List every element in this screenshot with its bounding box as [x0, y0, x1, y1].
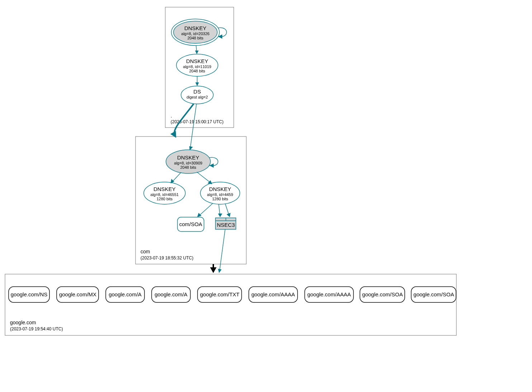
svg-text:DNSKEY: DNSKEY — [177, 154, 199, 161]
svg-line-18 — [190, 104, 196, 150]
edge-zsk2-soa — [197, 203, 213, 217]
svg-text:alg=8, id=11019: alg=8, id=11019 — [183, 64, 212, 69]
svg-text:google.com/SOA: google.com/SOA — [362, 291, 403, 297]
svg-text:google.com/A: google.com/A — [109, 291, 142, 297]
node-com-soa: com/SOA — [177, 217, 204, 231]
node-com-zsk1: DNSKEY alg=8, id=46551 1280 bits — [144, 182, 185, 204]
rrset-row: google.com/NS google.com/MX google.com/A… — [9, 287, 456, 302]
svg-text:DNSKEY: DNSKEY — [186, 58, 208, 64]
svg-text:digest alg=2: digest alg=2 — [186, 95, 208, 99]
svg-text:google.com/SOA: google.com/SOA — [413, 291, 454, 297]
edge-com-google-black — [210, 264, 217, 273]
zone-root-label: . — [171, 113, 172, 119]
zone-google-box — [5, 274, 456, 335]
svg-text:alg=8, id=46551: alg=8, id=46551 — [151, 192, 179, 197]
svg-text:google.com/A: google.com/A — [155, 291, 187, 297]
svg-text:alg=8, id=4459: alg=8, id=4459 — [207, 192, 233, 197]
svg-text:2048 bits: 2048 bits — [180, 165, 196, 169]
node-com-nsec3: NSEC3 — [215, 218, 236, 229]
rrset-txt: google.com/TXT — [198, 287, 242, 302]
svg-marker-44 — [197, 213, 201, 217]
svg-text:alg=8, id=20326: alg=8, id=20326 — [181, 32, 210, 36]
edge-rootksk-rootzsk — [195, 46, 199, 54]
rrset-ns: google.com/NS — [9, 287, 49, 302]
svg-text:google.com/AAAA: google.com/AAAA — [251, 291, 295, 297]
node-root-ds: DS digest alg=2 — [181, 86, 213, 104]
svg-marker-46 — [218, 214, 222, 217]
edge-comksk-zsk2 — [197, 172, 212, 184]
rrset-mx: google.com/MX — [57, 287, 99, 302]
edge-nsec3-google — [218, 229, 225, 273]
svg-marker-5 — [218, 34, 222, 39]
edge-zsk2-nsec3-a — [218, 204, 222, 217]
svg-marker-51 — [218, 269, 222, 273]
svg-line-43 — [198, 203, 213, 216]
svg-text:2048 bits: 2048 bits — [187, 36, 204, 40]
node-root-zsk: DNSKEY alg=8, id=11019 2048 bits — [176, 54, 218, 76]
dnssec-graph: . (2023-07-19 15:00:17 UTC) DNSKEY alg=8… — [0, 0, 532, 392]
rrset-a-2: google.com/A — [152, 287, 190, 302]
rrset-a-1: google.com/A — [106, 287, 144, 302]
edge-rootds-comksk — [189, 104, 196, 150]
svg-text:google.com/AAAA: google.com/AAAA — [307, 291, 351, 297]
edge-comksk-zsk1 — [171, 172, 181, 183]
svg-text:com/SOA: com/SOA — [179, 221, 202, 227]
zone-google-ts: (2023-07-19 19:54:40 UTC) — [10, 326, 63, 331]
svg-text:google.com/MX: google.com/MX — [59, 291, 96, 297]
node-com-ksk: DNSKEY alg=8, id=30909 2048 bits — [166, 150, 218, 173]
rrset-aaaa-2: google.com/AAAA — [305, 287, 353, 302]
svg-text:NSEC3: NSEC3 — [217, 222, 235, 228]
svg-marker-49 — [210, 267, 217, 273]
svg-text:1280 bits: 1280 bits — [212, 197, 228, 201]
svg-text:1280 bits: 1280 bits — [157, 197, 173, 201]
node-com-zsk2: DNSKEY alg=8, id=4459 1280 bits — [200, 182, 240, 204]
svg-text:google.com/TXT: google.com/TXT — [200, 291, 239, 297]
zone-com-label: com — [141, 249, 150, 254]
svg-text:DNSKEY: DNSKEY — [153, 186, 176, 192]
edge-rootzsk-rootds — [195, 76, 199, 86]
edge-zsk2-nsec3-b — [225, 204, 231, 217]
svg-text:google.com/NS: google.com/NS — [11, 291, 48, 297]
rrset-soa-2: google.com/SOA — [411, 287, 456, 302]
svg-text:alg=8, id=30909: alg=8, id=30909 — [174, 161, 203, 165]
svg-text:DS: DS — [194, 89, 201, 95]
zone-com-ts: (2023-07-19 18:55:32 UTC) — [141, 255, 193, 260]
svg-text:DNSKEY: DNSKEY — [209, 186, 231, 192]
node-root-ksk: DNSKEY alg=8, id=20326 2048 bits — [171, 19, 227, 46]
rrset-soa-1: google.com/SOA — [360, 287, 405, 302]
rrset-aaaa-1: google.com/AAAA — [249, 287, 298, 302]
svg-text:DNSKEY: DNSKEY — [184, 25, 206, 31]
svg-text:2048 bits: 2048 bits — [189, 69, 205, 73]
svg-line-50 — [219, 229, 225, 272]
svg-marker-16 — [195, 82, 199, 86]
zone-google-label: google.com — [10, 320, 36, 325]
svg-marker-14 — [195, 51, 199, 54]
